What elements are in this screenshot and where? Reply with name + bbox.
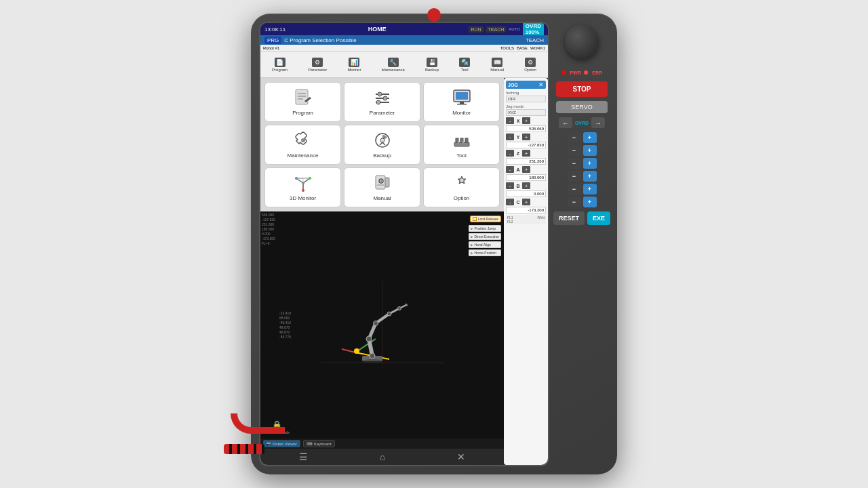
grid-tool[interactable]: Tool [423,125,500,165]
limit-release-checkbox[interactable] [473,217,477,221]
home-btn[interactable]: ⌂ [374,450,391,464]
arrow-right[interactable]: → [591,117,605,128]
robot-viewer-tab[interactable]: 📷 Robot Viewer [263,440,300,447]
monitor-icon: 📊 [349,58,359,67]
program-icon: 📄 [275,58,285,67]
robot-label: Robot #1 [263,46,279,50]
svg-rect-13 [460,102,464,104]
inching-value: OFF [506,96,546,102]
menu-program-label: Program [272,68,288,72]
axis-y-plus[interactable]: + [522,134,530,140]
axis-a-value: 180.000 [506,174,546,181]
menu-option[interactable]: ⚙ Option [521,56,539,73]
menu-backup[interactable]: 💾 Backup [422,56,441,73]
home-position-btn[interactable]: Home Position [469,249,501,256]
grid-monitor[interactable]: Monitor [423,82,500,122]
reset-button[interactable]: RESET [553,211,585,225]
ctrl-minus-2[interactable]: − [568,145,581,156]
ctrl-minus-4[interactable]: − [568,171,581,182]
work-label: WORK1 [530,46,545,50]
svg-point-29 [309,177,311,180]
axis-y-minus[interactable]: - [506,134,514,140]
servo-button[interactable]: SERVO [556,101,608,113]
tab-prog[interactable]: PRG [264,37,281,44]
limit-release[interactable]: Limit Release [470,216,501,222]
axis-b-plus[interactable]: + [522,182,530,189]
arrow-left[interactable]: ← [559,117,572,128]
axis-a-plus[interactable]: + [522,166,530,173]
svg-rect-14 [457,104,467,105]
stop-button[interactable]: STOP [556,81,608,97]
svg-point-49 [370,353,375,359]
axis-c-plus[interactable]: + [522,199,530,205]
grid-maintenance-icon [292,131,314,150]
ctrl-minus-3[interactable]: − [568,158,581,169]
option-icon: ⚙ [525,58,536,67]
axis-x-plus[interactable]: + [522,117,530,124]
grid-backup-icon [372,131,393,150]
ctrl-plus-5[interactable]: + [583,184,597,195]
cable-bottom [231,413,285,434]
grid-monitor-icon [451,88,473,107]
grid-maintenance[interactable]: Maintenance [264,125,341,165]
menu-parameter[interactable]: ⚙ Parameter [305,56,330,73]
menu-btn[interactable]: ☰ [294,450,313,464]
menu-maintenance-label: Maintenance [382,68,405,72]
axis-y-value: -127.830 [506,142,546,148]
position-jump-btn[interactable]: Position Jump [469,225,501,232]
grid-manual[interactable]: Manual [344,167,420,207]
fl-label: FL1FL2 [507,216,513,224]
auto-badge: AUTO [509,27,520,31]
svg-line-42 [342,349,355,352]
hand-align-btn[interactable]: Hand Align [469,241,501,248]
menu-maintenance[interactable]: 🔧 Maintenance [379,56,408,73]
status-title: HOME [368,26,387,33]
axis-x-minus[interactable]: - [506,117,514,124]
ctrl-plus-3[interactable]: + [583,158,597,169]
robot-arm-svg [315,274,450,376]
ctrl-minus-5[interactable]: − [568,184,581,195]
ctrl-minus-6[interactable]: − [568,197,581,207]
axis-b-value: 0.000 [506,190,546,197]
grid-option[interactable]: Option [423,167,500,207]
axis-z: - Z + [506,150,546,157]
axis-a-minus[interactable]: - [506,166,514,173]
ctrl-plus-4[interactable]: + [583,171,597,182]
axis-c-minus[interactable]: - [506,199,514,205]
jogmode-value: XYZ [506,109,546,116]
axis-z-plus[interactable]: + [522,150,530,157]
menu-program[interactable]: 📄 Program [269,56,290,73]
direct-execution-btn[interactable]: Direct Execution [469,233,501,240]
grid-parameter[interactable]: Parameter [344,82,420,122]
svg-point-9 [383,96,387,100]
joystick-knob[interactable] [565,24,599,58]
ctrl-plus-6[interactable]: + [583,197,597,207]
grid-backup[interactable]: Backup [344,125,420,165]
robot-info-row: Robot #1 TOOLS BASE WORK1 [260,45,548,52]
menu-manual[interactable]: 📖 Manual [488,56,507,73]
inching-section: Inching OFF [506,90,546,102]
grid-program[interactable]: Program [264,82,341,122]
jogmode-label: Jog mode [506,104,546,109]
exe-button[interactable]: EXE [587,211,610,225]
center-grid: Program [260,78,504,465]
ctrl-minus-1[interactable]: − [568,132,581,143]
menu-monitor[interactable]: 📊 Monitor [344,56,363,73]
axis-b-minus[interactable]: - [506,182,514,189]
ctrl-row-1: − + [556,132,608,143]
tab-path: C Program Selection Possible [284,37,356,43]
ctrl-plus-2[interactable]: + [583,145,597,156]
ctrl-plus-1[interactable]: + [583,132,597,143]
keyboard-tab[interactable]: ⌨ Keyboard [303,440,335,447]
knob-area-container [556,24,608,58]
svg-point-37 [460,179,463,182]
close-btn[interactable]: ✕ [452,450,471,464]
cable-connector [224,444,264,454]
ran-label: RAN [537,216,545,224]
grid-program-icon [292,88,314,107]
axis-z-minus[interactable]: - [506,150,514,157]
grid-3dmonitor[interactable]: 3D Monitor [264,167,341,207]
svg-rect-23 [462,141,464,143]
jog-close-icon[interactable]: ✕ [538,81,544,88]
menu-tool[interactable]: 🔩 Tool [456,56,473,73]
